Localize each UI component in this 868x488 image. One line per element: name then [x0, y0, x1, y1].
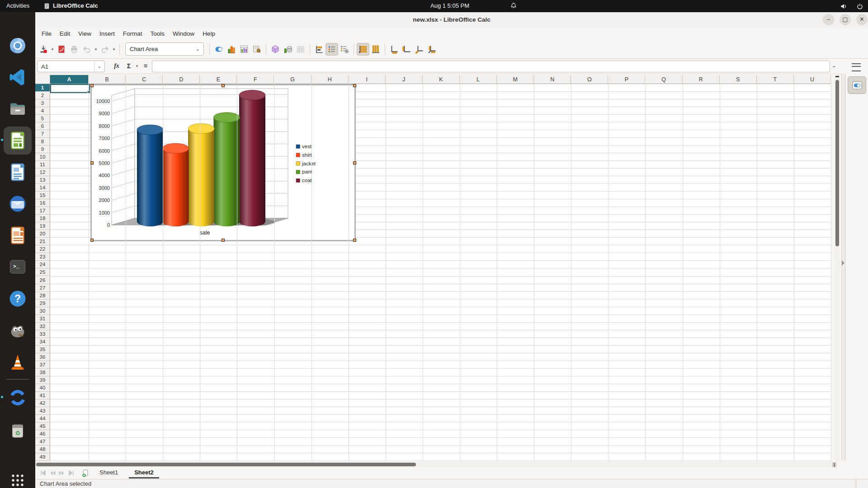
- row-header-22[interactable]: 22: [35, 245, 50, 253]
- row-header-2[interactable]: 2: [35, 92, 50, 99]
- column-header-T[interactable]: T: [757, 75, 794, 84]
- row-header-38[interactable]: 38: [35, 369, 50, 376]
- selection-handle[interactable]: [222, 84, 225, 87]
- dock-item-software-updater[interactable]: [4, 384, 32, 412]
- column-header-R[interactable]: R: [683, 75, 720, 84]
- x-axis-button[interactable]: [388, 43, 401, 56]
- row-header-15[interactable]: 15: [35, 192, 50, 199]
- dock-item-libreoffice-calc[interactable]: [4, 127, 32, 155]
- dock-item-terminal[interactable]: >_: [4, 253, 32, 281]
- row-header-49[interactable]: 49: [35, 453, 50, 461]
- select-all-corner[interactable]: [35, 75, 50, 84]
- row-header-7[interactable]: 7: [35, 130, 50, 138]
- vertical-scrollbar-thumb[interactable]: [835, 80, 839, 246]
- column-header-J[interactable]: J: [386, 75, 423, 84]
- selection-handle[interactable]: [90, 239, 94, 242]
- dock-item-trash[interactable]: ♻: [4, 416, 32, 444]
- row-header-43[interactable]: 43: [35, 407, 50, 415]
- row-header-20[interactable]: 20: [35, 230, 50, 238]
- column-header-A[interactable]: A: [50, 75, 89, 84]
- menu-insert[interactable]: Insert: [95, 29, 119, 38]
- column-header-K[interactable]: K: [423, 75, 460, 84]
- row-header-47[interactable]: 47: [35, 438, 50, 446]
- row-header-28[interactable]: 28: [35, 292, 50, 300]
- dock-item-vscode[interactable]: [4, 63, 32, 91]
- minimize-button[interactable]: –: [823, 14, 834, 25]
- redo-caret-icon[interactable]: ▾: [111, 43, 117, 56]
- titles-on-off-button[interactable]: [313, 43, 326, 56]
- dock-item-chromium[interactable]: [4, 32, 32, 60]
- restore-button[interactable]: ▢: [840, 14, 851, 25]
- vertical-grids-button[interactable]: [369, 43, 382, 56]
- row-header-10[interactable]: 10: [35, 153, 50, 161]
- sum-caret-icon[interactable]: ▾: [134, 61, 140, 71]
- first-sheet-icon[interactable]: [38, 469, 47, 478]
- row-header-25[interactable]: 25: [35, 268, 50, 276]
- add-sheet-icon[interactable]: [80, 469, 91, 478]
- column-header-L[interactable]: L: [460, 75, 497, 84]
- row-header-31[interactable]: 31: [35, 315, 50, 323]
- row-header-8[interactable]: 8: [35, 138, 50, 145]
- chart-element-selector[interactable]: Chart Area⌄: [125, 42, 204, 56]
- row-header-26[interactable]: 26: [35, 277, 50, 284]
- menu-edit[interactable]: Edit: [56, 29, 74, 38]
- dock-item-gimp[interactable]: [4, 316, 32, 344]
- column-header-C[interactable]: C: [126, 75, 163, 84]
- power-icon[interactable]: [856, 3, 863, 11]
- undo-caret-icon[interactable]: ▾: [93, 43, 99, 56]
- row-header-35[interactable]: 35: [35, 346, 50, 353]
- selection-handle[interactable]: [222, 239, 225, 242]
- all-axes-button[interactable]: [426, 43, 439, 56]
- column-header-U[interactable]: U: [794, 75, 831, 84]
- row-header-39[interactable]: 39: [35, 376, 50, 384]
- menu-view[interactable]: View: [74, 29, 95, 38]
- column-header-E[interactable]: E: [200, 75, 237, 84]
- row-header-12[interactable]: 12: [35, 169, 50, 176]
- row-header-32[interactable]: 32: [35, 323, 50, 330]
- row-header-44[interactable]: 44: [35, 415, 50, 422]
- y-axis-button[interactable]: [401, 43, 413, 56]
- next-sheet-icon[interactable]: [57, 469, 66, 478]
- column-header-O[interactable]: O: [571, 75, 608, 84]
- row-header-33[interactable]: 33: [35, 330, 50, 338]
- dock-item-vlc[interactable]: [4, 348, 32, 376]
- column-header-D[interactable]: D: [163, 75, 200, 84]
- chart-type-button[interactable]: [225, 43, 238, 56]
- print-button[interactable]: [68, 43, 80, 56]
- row-header-46[interactable]: 46: [35, 430, 50, 438]
- row-header-11[interactable]: 11: [35, 161, 50, 169]
- sum-icon[interactable]: Σ: [124, 61, 134, 71]
- menu-format[interactable]: Format: [119, 29, 146, 38]
- dock-item-help[interactable]: ?: [4, 285, 32, 313]
- legend-on-off-button[interactable]: [326, 43, 338, 56]
- selection-handle[interactable]: [353, 84, 356, 87]
- focused-app-name[interactable]: LibreOffice Calc: [53, 2, 98, 9]
- row-header-3[interactable]: 3: [35, 99, 50, 107]
- expand-formula-bar-icon[interactable]: ⌄: [832, 62, 836, 69]
- formula-input[interactable]: [152, 61, 830, 72]
- row-header-6[interactable]: 6: [35, 122, 50, 130]
- close-button[interactable]: ✕: [856, 14, 868, 25]
- undo-button[interactable]: [80, 43, 93, 56]
- column-header-N[interactable]: N: [534, 75, 571, 84]
- column-header-M[interactable]: M: [497, 75, 534, 84]
- last-sheet-icon[interactable]: [66, 469, 76, 478]
- row-header-13[interactable]: 13: [35, 176, 50, 184]
- row-header-24[interactable]: 24: [35, 261, 50, 268]
- dock-item-app-grid[interactable]: [4, 466, 32, 488]
- dock-item-thunderbird[interactable]: [4, 190, 32, 218]
- column-header-F[interactable]: F: [237, 75, 274, 84]
- selection-handle[interactable]: [353, 161, 356, 164]
- row-header-23[interactable]: 23: [35, 253, 50, 261]
- volume-icon[interactable]: [840, 3, 847, 11]
- row-header-16[interactable]: 16: [35, 199, 50, 207]
- row-header-42[interactable]: 42: [35, 399, 50, 407]
- row-header-40[interactable]: 40: [35, 384, 50, 392]
- name-box-chevron-icon[interactable]: ⌄: [94, 61, 104, 71]
- insert-texts-button[interactable]: [250, 43, 263, 56]
- export-pdf-button[interactable]: [55, 43, 68, 56]
- format-legend-button[interactable]: [338, 43, 351, 56]
- clock[interactable]: Aug 1 5:05 PM: [430, 2, 469, 9]
- row-header-45[interactable]: 45: [35, 422, 50, 430]
- column-header-S[interactable]: S: [720, 75, 757, 84]
